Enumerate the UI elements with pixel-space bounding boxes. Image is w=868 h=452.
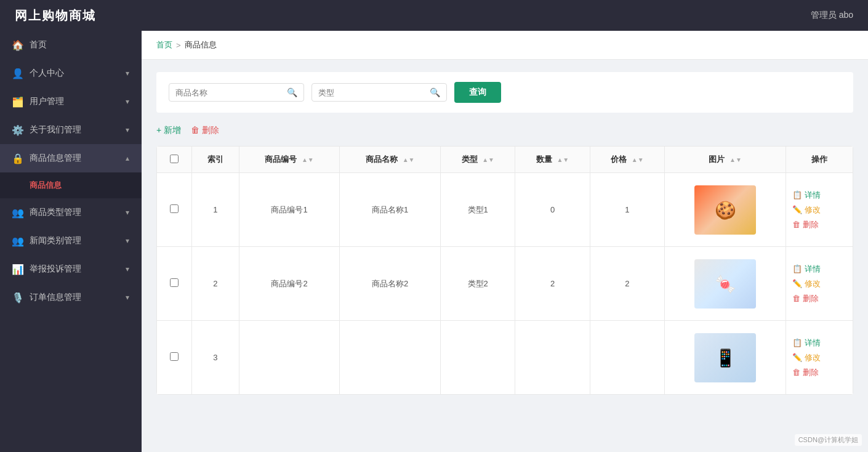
search-bar: 🔍 🔍 查询 bbox=[156, 72, 853, 113]
product-name-search-wrap: 🔍 bbox=[169, 83, 304, 102]
cell-product-name: 商品名称2 bbox=[340, 247, 441, 321]
order-icon: 🎙️ bbox=[12, 292, 23, 303]
add-button[interactable]: + 新增 bbox=[156, 125, 181, 136]
sidebar-item-product-mgmt[interactable]: 🔒 商品信息管理 ▴ bbox=[0, 144, 142, 172]
sidebar-item-product-mgmt-label: 商品信息管理 bbox=[30, 153, 81, 164]
action-bar: + 新增 🗑 删除 bbox=[156, 125, 853, 136]
sidebar-item-home[interactable]: 🏠 首页 bbox=[0, 31, 142, 59]
row-checkbox-2[interactable] bbox=[170, 278, 179, 287]
sort-arrows-price[interactable]: ▲▼ bbox=[632, 156, 644, 163]
chevron-down-icon: ▾ bbox=[126, 265, 129, 273]
product-image-3 bbox=[694, 333, 756, 382]
cell-image bbox=[665, 247, 786, 321]
chevron-up-icon: ▴ bbox=[126, 154, 129, 163]
chevron-down-icon: ▾ bbox=[126, 126, 129, 134]
sidebar-item-product-type-mgmt[interactable]: 👥 商品类型管理 ▾ bbox=[0, 198, 142, 227]
detail-button-2[interactable]: 📋 详情 bbox=[792, 264, 821, 275]
cell-price bbox=[590, 321, 664, 395]
sidebar: 🏠 首页 👤 个人中心 ▾ 🗂️ 用户管理 ▾ ⚙️ 关于我们管理 bbox=[0, 31, 142, 452]
sort-arrows-image[interactable]: ▲▼ bbox=[729, 156, 742, 163]
product-name-input[interactable] bbox=[175, 88, 283, 97]
table-row: 2商品编号2商品名称2类型222 📋 详情 ✏️ 修改 🗑 删除 bbox=[157, 247, 853, 321]
edit-button-3[interactable]: ✏️ 修改 bbox=[792, 352, 821, 363]
th-checkbox bbox=[157, 147, 192, 173]
sidebar-item-user-mgmt-label: 用户管理 bbox=[30, 96, 64, 107]
sidebar-sub-item-product-info-label: 商品信息 bbox=[30, 180, 62, 190]
th-product-no: 商品编号 ▲▼ bbox=[239, 147, 340, 173]
site-logo: 网上购物商城 bbox=[15, 7, 96, 24]
cell-index: 2 bbox=[192, 247, 239, 321]
sort-arrows-type[interactable]: ▲▼ bbox=[482, 156, 494, 163]
cell-quantity: 0 bbox=[515, 173, 590, 247]
row-delete-button-3[interactable]: 🗑 删除 bbox=[792, 367, 819, 378]
product-table: 索引 商品编号 ▲▼ 商品名称 ▲▼ 类型 ▲▼ bbox=[156, 146, 853, 395]
cell-product-no: 商品编号1 bbox=[239, 173, 340, 247]
chevron-down-icon: ▾ bbox=[126, 97, 129, 106]
cell-type bbox=[441, 321, 515, 395]
sort-arrows-product-no[interactable]: ▲▼ bbox=[302, 156, 314, 163]
row-checkbox-1[interactable] bbox=[170, 204, 179, 213]
row-delete-button-1[interactable]: 🗑 删除 bbox=[792, 219, 819, 230]
sidebar-item-personal[interactable]: 👤 个人中心 ▾ bbox=[0, 59, 142, 87]
cell-product-name bbox=[340, 321, 441, 395]
breadcrumb-separator: > bbox=[176, 41, 181, 50]
breadcrumb-current: 商品信息 bbox=[185, 39, 217, 50]
row-checkbox-3[interactable] bbox=[170, 352, 179, 361]
sort-arrows-quantity[interactable]: ▲▼ bbox=[557, 156, 569, 163]
cell-image bbox=[665, 321, 786, 395]
th-quantity: 数量 ▲▼ bbox=[515, 147, 590, 173]
th-type: 类型 ▲▼ bbox=[441, 147, 515, 173]
sort-arrows-product-name[interactable]: ▲▼ bbox=[403, 156, 415, 163]
cell-index: 3 bbox=[192, 321, 239, 395]
sidebar-item-product-type-mgmt-label: 商品类型管理 bbox=[30, 207, 81, 218]
watermark: CSDN@计算机学姐 bbox=[795, 434, 862, 446]
chevron-down-icon: ▾ bbox=[126, 208, 129, 217]
sidebar-item-personal-label: 个人中心 bbox=[30, 68, 64, 79]
sidebar-item-complaint-mgmt[interactable]: 📊 举报投诉管理 ▾ bbox=[0, 255, 142, 283]
content-area: 🔍 🔍 查询 + 新增 🗑 删除 索引 bbox=[142, 60, 868, 407]
cell-quantity: 2 bbox=[515, 247, 590, 321]
sidebar-item-home-label: 首页 bbox=[30, 39, 47, 50]
sidebar-item-order-mgmt-label: 订单信息管理 bbox=[30, 292, 81, 303]
breadcrumb-home-link[interactable]: 首页 bbox=[156, 39, 172, 50]
sidebar-item-news-type-mgmt-label: 新闻类别管理 bbox=[30, 235, 81, 246]
type-search-wrap: 🔍 bbox=[311, 83, 447, 102]
type-input[interactable] bbox=[318, 88, 426, 97]
th-price: 价格 ▲▼ bbox=[590, 147, 664, 173]
sidebar-item-user-mgmt[interactable]: 🗂️ 用户管理 ▾ bbox=[0, 87, 142, 116]
sidebar-item-news-type-mgmt[interactable]: 👥 新闻类别管理 ▾ bbox=[0, 227, 142, 255]
news-type-icon: 👥 bbox=[12, 235, 23, 246]
cell-price: 2 bbox=[590, 247, 664, 321]
cell-product-no bbox=[239, 321, 340, 395]
complaint-icon: 📊 bbox=[12, 264, 23, 275]
sidebar-item-order-mgmt[interactable]: 🎙️ 订单信息管理 ▾ bbox=[0, 283, 142, 312]
chevron-down-icon: ▾ bbox=[126, 236, 129, 245]
edit-button-1[interactable]: ✏️ 修改 bbox=[792, 204, 821, 216]
query-button[interactable]: 查询 bbox=[454, 82, 501, 103]
sidebar-item-about-mgmt[interactable]: ⚙️ 关于我们管理 ▾ bbox=[0, 116, 142, 144]
sidebar-sub-product-mgmt: 商品信息 bbox=[0, 172, 142, 198]
top-header: 网上购物商城 管理员 abo bbox=[0, 0, 868, 31]
sidebar-item-complaint-mgmt-label: 举报投诉管理 bbox=[30, 264, 81, 275]
table-row: 3 📋 详情 ✏️ 修改 🗑 删除 bbox=[157, 321, 853, 395]
sidebar-sub-item-product-info[interactable]: 商品信息 bbox=[0, 172, 142, 198]
row-delete-button-2[interactable]: 🗑 删除 bbox=[792, 293, 819, 304]
cell-price: 1 bbox=[590, 173, 664, 247]
edit-button-2[interactable]: ✏️ 修改 bbox=[792, 278, 821, 289]
detail-button-1[interactable]: 📋 详情 bbox=[792, 190, 821, 201]
cell-operations: 📋 详情 ✏️ 修改 🗑 删除 bbox=[786, 173, 853, 247]
user-mgmt-icon: 🗂️ bbox=[12, 96, 23, 107]
cell-type: 类型2 bbox=[441, 247, 515, 321]
breadcrumb: 首页 > 商品信息 bbox=[142, 31, 868, 60]
cell-index: 1 bbox=[192, 173, 239, 247]
select-all-checkbox[interactable] bbox=[170, 155, 179, 163]
detail-button-3[interactable]: 📋 详情 bbox=[792, 337, 821, 349]
search-icon: 🔍 bbox=[287, 87, 297, 97]
cell-product-no: 商品编号2 bbox=[239, 247, 340, 321]
about-icon: ⚙️ bbox=[12, 124, 23, 135]
th-operation: 操作 bbox=[786, 147, 853, 173]
chevron-down-icon: ▾ bbox=[126, 69, 129, 78]
product-mgmt-icon: 🔒 bbox=[12, 153, 23, 164]
cell-type: 类型1 bbox=[441, 173, 515, 247]
delete-button[interactable]: 🗑 删除 bbox=[191, 125, 219, 136]
